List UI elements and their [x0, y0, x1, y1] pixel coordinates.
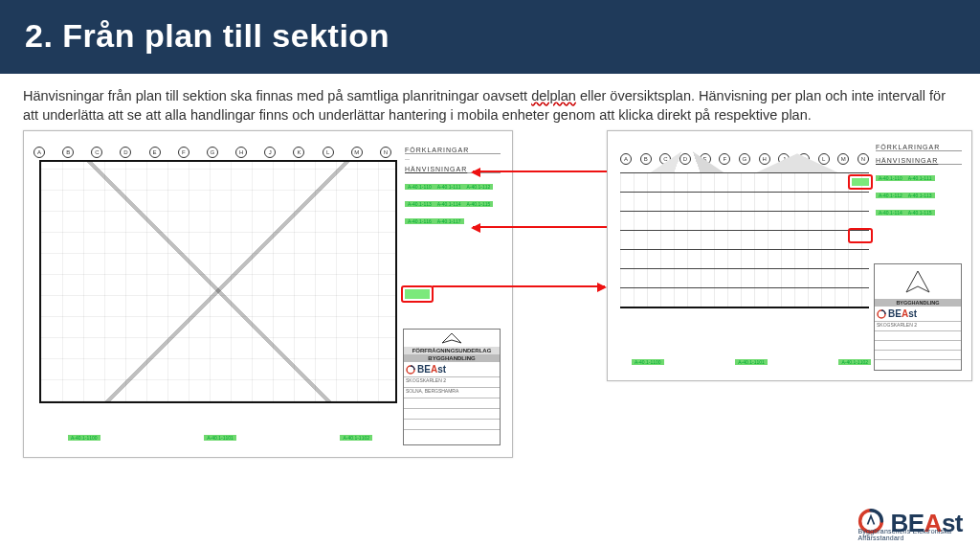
grid-bubble: G [207, 147, 218, 158]
section-tb-project: SKOGSKARLEN 2 [875, 321, 961, 330]
slide-body-text: Hänvisningar från plan till sektion ska … [0, 74, 980, 130]
plan-legend-panel: FÖRKLARINGAR — HÄNVISNINGAR A-40.1-110A-… [405, 147, 501, 227]
beast-mark-icon [877, 309, 886, 319]
floor-line [620, 268, 869, 269]
reference-link[interactable]: A-40.1-115 [464, 201, 494, 207]
plan-stamp-1: FÖRFRÅGNINGSUNDERLAG [404, 347, 500, 354]
floor-line [620, 192, 869, 193]
floor-line [620, 211, 869, 212]
floor-line [620, 249, 869, 250]
plan-stamp-2: BYGGHANDLING [404, 354, 500, 362]
plan-tb-row [404, 398, 500, 408]
section-legend-panel: FÖRKLARINGAR HÄNVISNINGAR A-40.1-110A-40… [876, 144, 962, 218]
reference-link[interactable]: A-40.1-1100 [68, 435, 100, 441]
slide-title: 2. Från plan till sektion [25, 17, 955, 55]
plan-reference-callout[interactable] [401, 285, 434, 303]
plan-drawing: ABCDEFGHJKLMN FÖRKLARINGAR — HÄNVISNINGA… [23, 130, 513, 458]
plan-legend-title: FÖRKLARINGAR [405, 147, 501, 154]
logo-text-be: BE [417, 364, 431, 375]
section-legend-title: FÖRKLARINGAR [876, 144, 962, 151]
svg-marker-2 [906, 271, 929, 292]
grid-bubble: A [620, 153, 632, 165]
reference-link[interactable]: A-40.1-112 [464, 184, 494, 190]
floor-line [620, 172, 869, 173]
north-arrow-icon [433, 331, 471, 345]
section-reference-list: A-40.1-110A-40.1-111A-40.1-112A-40.1-113… [876, 167, 962, 218]
section-gridline-markers: ABCDEFGHJKLMN [620, 153, 869, 165]
grid-bubble: L [323, 147, 334, 158]
section-elevation [620, 172, 869, 308]
reference-link[interactable]: A-40.1-1101 [204, 435, 236, 441]
reference-link[interactable]: A-40.1-117 [434, 218, 464, 224]
logo-text-st: st [908, 308, 917, 319]
reference-link[interactable]: A-40.1-115 [905, 210, 935, 216]
plan-legend-note: — [405, 156, 501, 162]
grid-bubble: E [149, 147, 161, 158]
plan-titleblock-logo: BEAst [404, 362, 500, 376]
reference-link[interactable]: A-40.1-113 [905, 193, 935, 198]
slide-header: 2. Från plan till sektion [0, 0, 980, 74]
plan-tb-row [404, 429, 500, 440]
reference-link[interactable]: A-40.1-114 [876, 210, 905, 216]
arrow-section-to-plan-top [473, 171, 607, 172]
section-hanvisningar-title: HÄNVISNINGAR [876, 157, 962, 165]
arrow-section-to-plan-mid [473, 226, 607, 228]
grid-bubble: L [818, 153, 830, 165]
grid-bubble: K [293, 147, 304, 158]
plan-tb-row [404, 419, 500, 429]
grid-bubble: J [264, 147, 276, 158]
brand-tagline: Byggbranschens Elektroniska Affärsstanda… [858, 528, 963, 541]
section-reference-callout-mid[interactable] [848, 228, 873, 243]
section-tb-row [875, 340, 961, 350]
reference-link[interactable]: A-40.1-116 [405, 218, 434, 224]
figure-stage: ABCDEFGHJKLMN FÖRKLARINGAR — HÄNVISNINGA… [23, 130, 957, 475]
reference-link[interactable]: A-40.1-114 [434, 201, 464, 207]
reference-link[interactable]: A-40.1-1102 [340, 435, 372, 441]
section-north-symbol [899, 267, 937, 296]
reference-link[interactable]: A-40.1-1102 [838, 359, 871, 365]
grid-bubble: N [380, 147, 391, 158]
section-reference-callout-top[interactable] [848, 174, 873, 190]
svg-marker-0 [442, 333, 461, 343]
body-text-pre: Hänvisningar från plan till sektion ska … [23, 88, 531, 103]
floor-line [620, 287, 869, 288]
grid-bubble: M [351, 147, 363, 158]
grid-bubble: F [178, 147, 189, 158]
plan-bottom-refs: A-40.1-1100A-40.1-1101A-40.1-1102 [68, 434, 372, 442]
logo-text-be: BE [888, 308, 902, 319]
grid-bubble: D [120, 147, 131, 158]
section-tb-row [875, 359, 961, 369]
reference-link[interactable]: A-40.1-1101 [735, 359, 768, 365]
grid-bubble: H [235, 147, 247, 158]
reference-link[interactable]: A-40.1-111 [905, 175, 935, 181]
arrow-plan-to-section [433, 285, 605, 287]
logo-text-st: st [437, 364, 446, 375]
plan-tb-subproject: SOLNA, BERGSHAMRA [404, 387, 500, 398]
plan-tb-row [404, 408, 500, 419]
reference-link[interactable]: A-40.1-113 [405, 201, 434, 207]
reference-link[interactable]: A-40.1-110 [405, 184, 434, 190]
section-title-block: BYGGHANDLING BEAst SKOGSKARLEN 2 [874, 263, 962, 371]
reference-link[interactable]: A-40.1-112 [876, 193, 905, 198]
plan-tb-project: SKOGSKARLEN 2 [404, 376, 500, 387]
plan-reference-list: A-40.1-110A-40.1-111A-40.1-112A-40.1-113… [405, 175, 501, 227]
section-bottom-refs: A-40.1-1100A-40.1-1101A-40.1-1102 [632, 358, 871, 366]
grid-bubble: H [759, 153, 770, 165]
plan-title-block: FÖRFRÅGNINGSUNDERLAG BYGGHANDLING BEAst … [403, 329, 501, 445]
grid-bubble: N [858, 153, 869, 165]
reference-link[interactable]: A-40.1-111 [434, 184, 464, 190]
floor-line [620, 230, 869, 231]
section-titleblock-logo: BEAst [875, 307, 961, 321]
body-text-delplan: delplan [531, 88, 576, 103]
grid-bubble: F [719, 153, 730, 165]
grid-bubble: B [62, 147, 74, 158]
section-drawing: ABCDEFGHJKLMN FÖRKLARINGAR HÄNVISNINGAR … [607, 130, 972, 381]
reference-link[interactable]: A-40.1-1100 [632, 359, 664, 365]
section-tb-row [875, 350, 961, 359]
grid-bubble: M [837, 153, 849, 165]
grid-bubble: A [33, 147, 45, 158]
section-stamp: BYGGHANDLING [875, 299, 961, 307]
reference-link[interactable]: A-40.1-110 [876, 175, 905, 181]
plan-floorplate [39, 160, 397, 403]
section-tb-row [875, 330, 961, 340]
